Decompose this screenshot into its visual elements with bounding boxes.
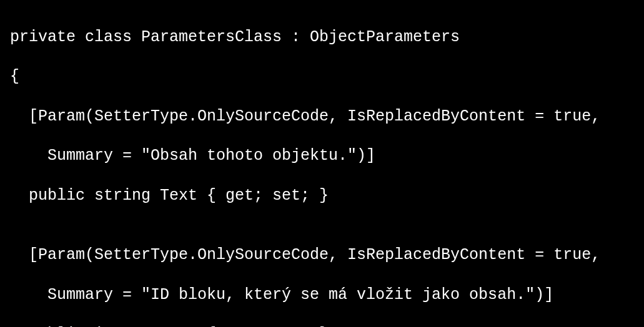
code-block: private class ParametersClass : ObjectPa… — [10, 7, 634, 327]
code-line: public string Text { get; set; } — [10, 186, 634, 206]
code-line: [Param(SetterType.OnlySourceCode, IsRepl… — [10, 245, 634, 265]
code-line: public int? PageID { get; set; } — [10, 325, 634, 327]
code-line: private class ParametersClass : ObjectPa… — [10, 27, 634, 47]
code-line: { — [10, 67, 634, 87]
code-line: Summary = "Obsah tohoto objektu.")] — [10, 146, 634, 166]
code-line: [Param(SetterType.OnlySourceCode, IsRepl… — [10, 107, 634, 127]
code-line: Summary = "ID bloku, který se má vložit … — [10, 285, 634, 305]
